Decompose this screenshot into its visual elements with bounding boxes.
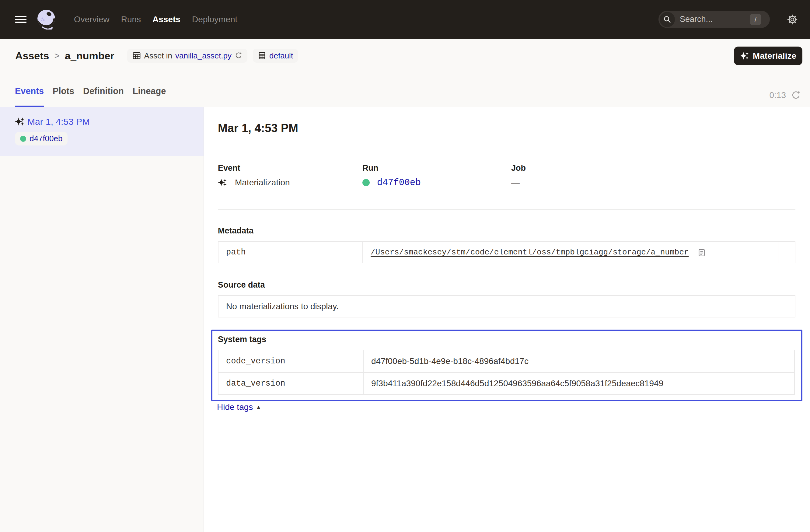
event-detail: Mar 1, 4:53 PM Event Materialization Run — [204, 107, 810, 532]
system-tags-heading: System tags — [218, 334, 795, 344]
search-input[interactable]: Search... / — [659, 11, 770, 28]
source-data-heading: Source data — [218, 280, 795, 290]
group-icon — [258, 51, 266, 60]
event-column-label: Event — [218, 163, 362, 173]
tab-lineage[interactable]: Lineage — [133, 85, 166, 107]
nav-item-runs[interactable]: Runs — [121, 15, 141, 25]
system-tags-section: System tags code_version d47f00eb-5d1b-4… — [211, 329, 803, 401]
run-status-dot — [20, 136, 26, 142]
search-shortcut-badge: / — [750, 14, 761, 25]
event-detail-title: Mar 1, 4:53 PM — [218, 121, 795, 135]
tab-events[interactable]: Events — [15, 85, 44, 107]
tab-plots[interactable]: Plots — [53, 85, 74, 107]
table-icon — [132, 51, 141, 60]
caret-up-icon: ▲ — [256, 404, 261, 410]
gear-icon[interactable] — [787, 14, 797, 25]
page-header: Assets > a_number Asset in vanilla_asset… — [0, 39, 810, 107]
metadata-key: path — [218, 242, 362, 263]
sparkle-icon — [740, 51, 749, 61]
reload-icon[interactable] — [234, 52, 243, 60]
asset-tag-prefix: Asset in — [144, 51, 173, 61]
main: Mar 1, 4:53 PM d47f00eb Mar 1, 4:53 PM E… — [0, 107, 810, 532]
metadata-heading: Metadata — [218, 226, 795, 236]
event-run-tag[interactable]: d47f00eb — [15, 132, 67, 145]
source-data-empty-message: No materializations to display. — [226, 302, 339, 311]
run-id-link[interactable]: d47f00eb — [377, 177, 421, 188]
refresh-icon[interactable] — [791, 90, 801, 100]
nav-item-deployment[interactable]: Deployment — [192, 15, 237, 25]
tag-key: code_version — [218, 350, 363, 372]
search-placeholder: Search... — [680, 15, 713, 24]
run-status-dot — [362, 179, 370, 186]
metadata-table: path /Users/smackesey/stm/code/elementl/… — [218, 241, 795, 263]
nav-item-overview[interactable]: Overview — [74, 15, 110, 25]
metadata-action-cell — [778, 242, 795, 263]
hide-tags-link[interactable]: Hide tags ▲ — [217, 402, 261, 412]
system-tags-table: code_version d47f00eb-5d1b-4e9e-b18c-489… — [218, 350, 795, 395]
copy-icon[interactable] — [697, 248, 706, 257]
group-tag-label[interactable]: default — [269, 51, 293, 61]
materialize-label: Materialize — [753, 51, 796, 61]
event-run-id: d47f00eb — [30, 134, 62, 143]
menu-icon[interactable] — [15, 16, 27, 23]
source-data-empty: No materializations to display. — [218, 295, 795, 318]
job-value: — — [511, 178, 520, 188]
event-list-item[interactable]: Mar 1, 4:53 PM d47f00eb — [0, 107, 204, 156]
group-tag[interactable]: default — [253, 49, 298, 63]
hide-tags-label: Hide tags — [217, 402, 253, 412]
event-date: Mar 1, 4:53 PM — [27, 116, 90, 127]
materialize-button[interactable]: Materialize — [734, 47, 803, 65]
tabs: Events Plots Definition Lineage — [15, 85, 166, 107]
event-type-value: Materialization — [235, 178, 290, 188]
tag-key: data_version — [218, 372, 363, 394]
asset-definition-tag[interactable]: Asset in vanilla_asset.py — [127, 49, 248, 63]
breadcrumb-assets[interactable]: Assets — [15, 50, 49, 62]
tag-value: 9f3b411a390fd22e158d446d5d12504963596aa6… — [363, 372, 794, 394]
asset-file-link[interactable]: vanilla_asset.py — [175, 51, 231, 61]
breadcrumb: Assets > a_number Asset in vanilla_asset… — [15, 44, 810, 68]
metadata-path-link[interactable]: /Users/smackesey/stm/code/elementl/oss/t… — [371, 248, 688, 257]
top-nav: Overview Runs Assets Deployment Search..… — [0, 0, 810, 39]
materialization-sparkle-icon — [218, 178, 227, 187]
tag-value: d47f00eb-5d1b-4e9e-b18c-4896af4bd17c — [363, 350, 794, 372]
nav-item-assets[interactable]: Assets — [152, 15, 180, 25]
search-icon — [660, 12, 675, 27]
nav-links: Overview Runs Assets Deployment — [74, 15, 237, 25]
events-sidebar: Mar 1, 4:53 PM d47f00eb — [0, 107, 204, 532]
run-column-label: Run — [362, 163, 511, 173]
breadcrumb-separator: > — [54, 50, 60, 61]
tab-definition[interactable]: Definition — [83, 85, 124, 107]
materialization-sparkle-icon — [15, 117, 25, 127]
refresh-countdown: 0:13 — [770, 91, 786, 100]
breadcrumb-asset-name: a_number — [65, 50, 114, 62]
dagster-logo-icon[interactable] — [36, 10, 56, 30]
job-column-label: Job — [511, 163, 526, 173]
